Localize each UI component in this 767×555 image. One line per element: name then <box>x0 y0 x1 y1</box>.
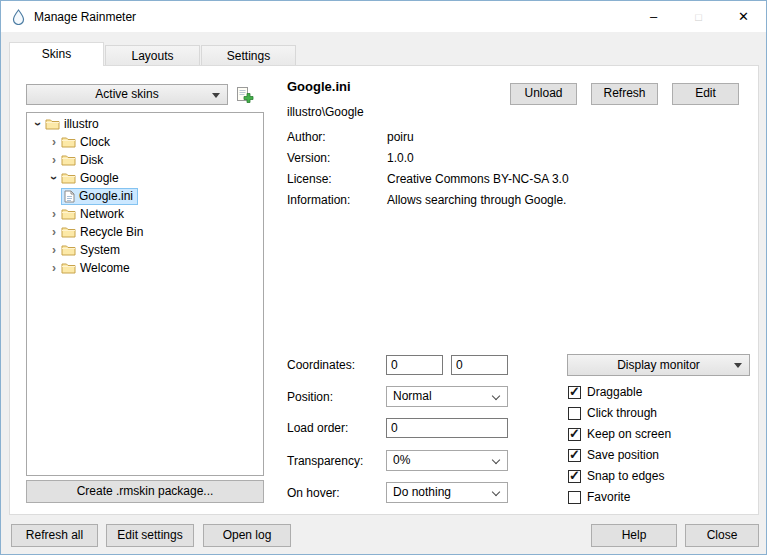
checkbox-keep-on-screen[interactable]: Keep on screen <box>568 426 671 442</box>
tree-expander-icon[interactable] <box>47 171 61 185</box>
tree-item-label: Google <box>80 171 119 185</box>
edit-settings-button[interactable]: Edit settings <box>106 524 194 547</box>
checkbox-label: Keep on screen <box>587 427 671 441</box>
folder-icon <box>61 244 76 256</box>
open-log-button[interactable]: Open log <box>203 524 291 547</box>
checkbox-label: Save position <box>587 448 659 462</box>
position-dropdown[interactable]: Normal <box>386 386 508 407</box>
minimize-button[interactable]: – <box>631 1 676 32</box>
dropdown-arrow-icon <box>734 363 742 368</box>
checkbox-box[interactable] <box>568 407 581 420</box>
chevron-down-icon <box>492 392 500 400</box>
tree-expander-icon[interactable] <box>47 135 61 149</box>
tree-item-label: illustro <box>64 117 99 131</box>
tree-expander-icon[interactable] <box>47 153 61 167</box>
checkbox-save-position[interactable]: Save position <box>568 447 659 463</box>
coordinate-y-input[interactable] <box>451 355 508 375</box>
help-button[interactable]: Help <box>591 524 677 547</box>
transparency-dropdown[interactable]: 0% <box>386 450 508 471</box>
folder-icon <box>61 208 76 220</box>
tree-item-welcome[interactable]: Welcome <box>27 259 263 277</box>
tree-item-clock[interactable]: Clock <box>27 133 263 151</box>
chevron-down-icon <box>492 488 500 496</box>
skins-tree: illustro Clock Disk Google Google.in <box>26 112 264 476</box>
maximize-button[interactable]: □ <box>676 1 721 32</box>
information-value: Allows searching through Google. <box>387 193 566 207</box>
active-skins-dropdown[interactable]: Active skins <box>26 84 228 105</box>
skin-file-icon <box>64 190 75 203</box>
tree-item-disk[interactable]: Disk <box>27 151 263 169</box>
checkbox-box[interactable] <box>568 428 581 441</box>
checkbox-favorite[interactable]: Favorite <box>568 489 630 505</box>
title-bar: Manage Rainmeter – □ ✕ <box>1 1 766 32</box>
active-skins-dropdown-value: Active skins <box>95 87 158 101</box>
create-new-skin-icon <box>236 86 254 104</box>
manage-rainmeter-window: Manage Rainmeter – □ ✕ Skins Layouts Set… <box>0 0 767 555</box>
tree-item-label: Clock <box>80 135 110 149</box>
coordinates-label: Coordinates: <box>287 358 355 372</box>
on-hover-label: On hover: <box>287 486 340 500</box>
checkbox-box[interactable] <box>568 470 581 483</box>
chevron-down-icon <box>492 456 500 464</box>
tree-item-label: Network <box>80 207 124 221</box>
refresh-button[interactable]: Refresh <box>591 83 658 105</box>
checkbox-label: Snap to edges <box>587 469 664 483</box>
skin-title: Google.ini <box>287 79 351 94</box>
checkbox-label: Draggable <box>587 385 642 399</box>
version-label: Version: <box>287 151 330 165</box>
create-new-skin-button[interactable] <box>235 85 255 105</box>
version-value: 1.0.0 <box>387 151 414 165</box>
tree-item-label: Recycle Bin <box>80 225 143 239</box>
information-label: Information: <box>287 193 350 207</box>
tree-item-illustro[interactable]: illustro <box>27 115 263 133</box>
tab-skins[interactable]: Skins <box>9 42 104 66</box>
tree-expander-icon[interactable] <box>47 207 61 221</box>
tree-expander-icon[interactable] <box>47 243 61 257</box>
tree-item-google-ini[interactable]: Google.ini <box>27 187 263 205</box>
author-value: poiru <box>387 130 414 144</box>
on-hover-dropdown-value: Do nothing <box>393 485 451 499</box>
close-button[interactable]: ✕ <box>721 1 766 32</box>
tree-item-system[interactable]: System <box>27 241 263 259</box>
transparency-label: Transparency: <box>287 454 363 468</box>
edit-button[interactable]: Edit <box>672 83 739 105</box>
tree-item-network[interactable]: Network <box>27 205 263 223</box>
close-window-button[interactable]: Close <box>685 524 759 547</box>
skins-tab-panel: Active skins illustro Clock <box>9 65 759 515</box>
caption-buttons: – □ ✕ <box>631 1 766 32</box>
tree-expander-icon[interactable] <box>47 261 61 275</box>
folder-icon <box>61 262 76 274</box>
license-value: Creative Commons BY-NC-SA 3.0 <box>387 172 569 186</box>
checkbox-box[interactable] <box>568 386 581 399</box>
folder-icon <box>61 226 76 238</box>
tree-item-google[interactable]: Google <box>27 169 263 187</box>
tree-expander-icon[interactable] <box>31 117 45 131</box>
tab-strip: Skins Layouts Settings <box>9 42 297 66</box>
display-monitor-dropdown[interactable]: Display monitor <box>567 354 750 376</box>
tree-expander-icon[interactable] <box>47 225 61 239</box>
checkbox-snap-to-edges[interactable]: Snap to edges <box>568 468 664 484</box>
position-dropdown-value: Normal <box>393 389 432 403</box>
create-rmskin-package-button[interactable]: Create .rmskin package... <box>26 480 264 503</box>
folder-icon <box>61 154 76 166</box>
rainmeter-logo-icon <box>11 9 26 25</box>
on-hover-dropdown[interactable]: Do nothing <box>386 482 508 503</box>
tree-item-recycle-bin[interactable]: Recycle Bin <box>27 223 263 241</box>
checkbox-box[interactable] <box>568 491 581 504</box>
checkbox-click-through[interactable]: Click through <box>568 405 657 421</box>
tab-layouts[interactable]: Layouts <box>105 45 200 65</box>
refresh-all-button[interactable]: Refresh all <box>11 524 98 547</box>
tab-settings[interactable]: Settings <box>201 45 296 65</box>
unload-button[interactable]: Unload <box>510 83 577 105</box>
coordinate-x-input[interactable] <box>386 355 443 375</box>
load-order-input[interactable] <box>386 418 508 438</box>
display-monitor-value: Display monitor <box>617 358 700 372</box>
author-label: Author: <box>287 130 326 144</box>
checkbox-box[interactable] <box>568 449 581 462</box>
load-order-label: Load order: <box>287 421 348 435</box>
folder-icon <box>61 172 76 184</box>
checkbox-label: Favorite <box>587 490 630 504</box>
dropdown-arrow-icon <box>212 93 220 98</box>
checkbox-draggable[interactable]: Draggable <box>568 384 642 400</box>
selected-tree-item: Google.ini <box>61 188 138 205</box>
